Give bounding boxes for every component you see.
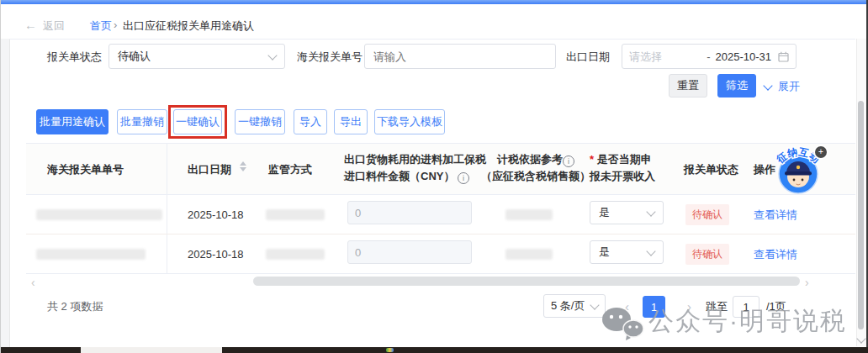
required-mark: * — [590, 153, 594, 166]
one-click-revoke-button[interactable]: 一键撤销 — [235, 109, 285, 134]
one-click-confirm-button[interactable]: 一键确认 — [173, 109, 222, 134]
taskbar-light-segment — [81, 347, 222, 353]
reset-button[interactable]: 重置 — [669, 74, 707, 97]
bonded-amount-input: 0 — [347, 201, 472, 224]
h-scroll-right-icon[interactable]: › — [805, 276, 809, 289]
date-separator: - — [707, 51, 710, 62]
redacted-tax-basis — [505, 249, 553, 260]
info-icon[interactable]: i — [563, 155, 574, 167]
view-details-link[interactable]: 查看详情 — [754, 209, 797, 220]
sidebar-collapsed — [1, 39, 10, 347]
header-bonded-amount: 出口货物耗用的进料加工保税 进口料件金额（CNY） i — [344, 151, 495, 185]
calendar-icon — [778, 51, 789, 62]
filter-button[interactable]: 筛选 — [717, 74, 756, 97]
status-badge: 待确认 — [685, 244, 729, 265]
customs-no-input[interactable] — [364, 44, 556, 69]
taskbar-app-icon — [386, 348, 394, 352]
status-filter-label: 报关单状态 — [47, 51, 102, 62]
h-scroll-left-icon[interactable]: ‹ — [31, 276, 35, 289]
info-icon[interactable]: i — [458, 172, 469, 184]
view-details-link[interactable]: 查看详情 — [754, 249, 797, 260]
divider — [9, 39, 855, 40]
uninvoiced-value: 是 — [599, 245, 610, 260]
import-button[interactable]: 导入 — [294, 109, 327, 134]
header-supervision-mode: 监管方式 — [268, 164, 312, 175]
page-size-value: 5 条/页 — [551, 298, 585, 313]
chevron-down-icon — [267, 50, 277, 60]
top-accent-bar — [1, 0, 868, 4]
status-badge: 待确认 — [685, 204, 729, 225]
header-status: 报关单状态 — [684, 164, 738, 175]
header-customs-no: 海关报关单单号 — [47, 164, 124, 175]
total-count: 共 2 项数据 — [47, 301, 103, 312]
cell-export-date: 2025-10-18 — [188, 249, 244, 260]
redacted-customs-no — [36, 209, 162, 220]
customs-no-filter-label: 海关报关单号 — [297, 51, 363, 62]
page-title: 出口应征税报关单用途确认 — [123, 20, 254, 31]
batch-confirm-button[interactable]: 批量用途确认 — [36, 109, 108, 134]
status-filter-value: 待确认 — [118, 49, 151, 64]
chevron-down-icon — [646, 207, 655, 216]
status-filter-select[interactable]: 待确认 — [108, 44, 285, 69]
uninvoiced-select[interactable]: 是 — [590, 240, 664, 264]
wechat-icon — [600, 304, 647, 343]
breadcrumb-separator-icon: › — [114, 19, 117, 30]
assistant-collapse-button[interactable]: + — [813, 145, 828, 160]
uninvoiced-value: 是 — [599, 205, 610, 220]
expand-link[interactable]: 展开 — [778, 81, 800, 92]
batch-revoke-button[interactable]: 批量撤销 — [117, 109, 167, 134]
cell-export-date: 2025-10-18 — [188, 209, 244, 220]
export-date-range-picker[interactable]: 请选择 - 2025-10-31 — [622, 44, 797, 69]
redacted-supervision-mode — [266, 209, 325, 220]
redacted-tax-basis — [505, 209, 553, 220]
sort-icon[interactable] — [240, 161, 246, 171]
redacted-supervision-mode — [266, 249, 325, 260]
chevron-down-icon — [646, 246, 655, 256]
chevron-down-icon — [590, 300, 599, 309]
back-button[interactable]: 返回 — [43, 20, 65, 31]
back-arrow-icon[interactable]: ← — [24, 18, 37, 31]
v-scrollbar-thumb[interactable] — [858, 101, 864, 329]
export-button[interactable]: 导出 — [334, 109, 368, 134]
bonded-amount-input: 0 — [347, 240, 472, 264]
watermark-text: 公众号·明哥说税 — [648, 304, 847, 339]
export-date-filter-label: 出口日期 — [566, 51, 610, 62]
date-start-placeholder: 请选择 — [629, 51, 701, 62]
header-uninvoiced: * 是否当期申 报未开票收入 — [590, 151, 667, 185]
header-export-date: 出口日期 — [188, 164, 231, 175]
date-end-value: 2025-10-31 — [716, 51, 772, 62]
app-window: ← 返回 首页 › 出口应征税报关单用途确认 报关单状态 待确认 海关报关单号 … — [0, 0, 868, 353]
download-template-button[interactable]: 下载导入模板 — [374, 109, 445, 134]
h-scrollbar-thumb[interactable] — [253, 277, 800, 286]
expand-chevron-icon — [763, 81, 772, 90]
uninvoiced-select[interactable]: 是 — [590, 201, 664, 224]
breadcrumb-home[interactable]: 首页 — [90, 20, 112, 31]
redacted-customs-no — [36, 249, 146, 260]
page-size-select[interactable]: 5 条/页 — [543, 294, 606, 318]
header-tax-basis: 计税依据参考i （应征税含税销售额） — [477, 151, 595, 185]
